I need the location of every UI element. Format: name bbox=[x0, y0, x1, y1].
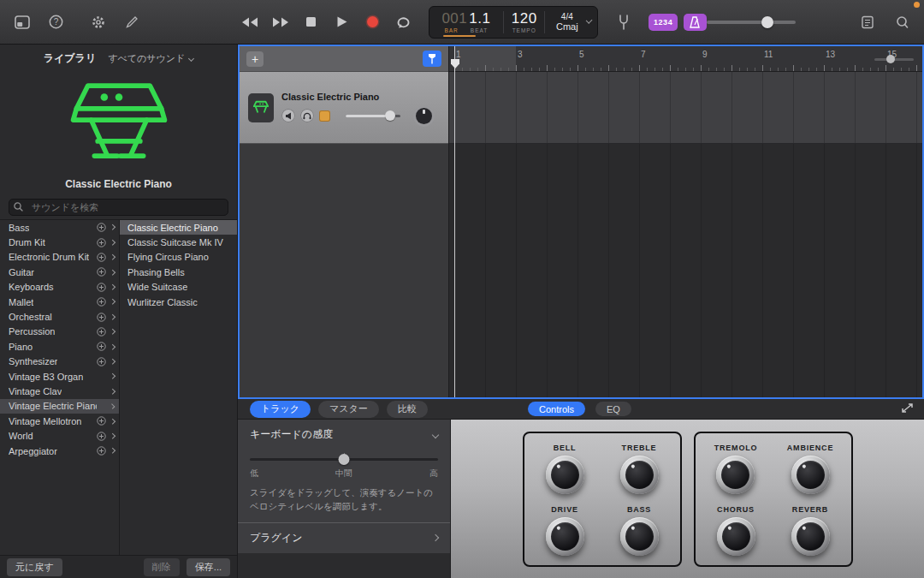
library-category-row[interactable]: Arpeggiator bbox=[0, 444, 119, 458]
tab[interactable]: トラック bbox=[250, 401, 311, 418]
loop-browser-button[interactable] bbox=[891, 12, 912, 33]
library-category-row[interactable]: Piano bbox=[0, 339, 119, 354]
plus-circle-icon[interactable] bbox=[97, 446, 106, 456]
volume-slider-thumb[interactable] bbox=[761, 16, 773, 28]
knob[interactable] bbox=[716, 456, 755, 494]
library-patch-row[interactable]: Classic Suitcase Mk IV bbox=[120, 235, 237, 249]
knob[interactable] bbox=[620, 517, 659, 556]
knob[interactable] bbox=[546, 456, 584, 494]
add-track-button[interactable]: + bbox=[246, 51, 264, 67]
plus-circle-icon[interactable] bbox=[97, 313, 106, 322]
delete-button[interactable]: 削除 bbox=[144, 558, 180, 576]
chevron-down-icon[interactable] bbox=[432, 431, 439, 438]
plus-circle-icon[interactable] bbox=[97, 432, 106, 441]
library-category-row[interactable]: Mallet bbox=[0, 295, 119, 309]
knob-control[interactable]: DRIVE bbox=[546, 505, 584, 556]
track-volume-slider[interactable] bbox=[346, 110, 400, 121]
input-monitoring-button[interactable] bbox=[319, 110, 330, 122]
knob[interactable] bbox=[620, 456, 659, 494]
playhead[interactable] bbox=[454, 46, 455, 397]
tab[interactable]: 比較 bbox=[387, 401, 428, 418]
library-category-row[interactable]: Vintage Electric Piano bbox=[0, 399, 119, 414]
record-button[interactable] bbox=[362, 11, 384, 33]
lcd-display[interactable]: 0011.1 BARBEAT 120 TEMPO 4/4 Cmaj bbox=[429, 6, 598, 39]
sensitivity-slider[interactable] bbox=[250, 453, 438, 465]
knob-control[interactable]: CHORUS bbox=[717, 505, 755, 556]
knob-control[interactable]: REVERB bbox=[791, 505, 830, 556]
plus-circle-icon[interactable] bbox=[97, 297, 106, 307]
knob-control[interactable]: TREBLE bbox=[620, 444, 659, 494]
help-button[interactable]: ? bbox=[46, 12, 67, 33]
library-toggle-button[interactable] bbox=[12, 12, 33, 33]
forward-button[interactable] bbox=[270, 11, 292, 33]
library-category-row[interactable]: Drum Kit bbox=[0, 235, 119, 249]
timeline-ruler[interactable]: 13579111315 bbox=[449, 46, 922, 72]
settings-button[interactable] bbox=[88, 12, 109, 33]
stop-button[interactable] bbox=[300, 11, 323, 33]
cycle-button[interactable] bbox=[393, 11, 415, 33]
plus-circle-icon[interactable] bbox=[97, 342, 106, 351]
knob[interactable] bbox=[791, 517, 830, 556]
save-button[interactable]: 保存... bbox=[187, 558, 230, 576]
library-patch-row[interactable]: Wurlitzer Classic bbox=[120, 295, 237, 309]
knob-control[interactable]: AMBIENCE bbox=[787, 444, 833, 494]
edit-button[interactable] bbox=[122, 12, 143, 33]
library-category-row[interactable]: Synthesizer bbox=[0, 355, 119, 369]
plus-circle-icon[interactable] bbox=[97, 416, 106, 426]
knob[interactable] bbox=[791, 456, 830, 494]
knob[interactable] bbox=[717, 517, 755, 556]
timeline-empty-area[interactable] bbox=[449, 144, 922, 397]
sensitivity-slider-thumb[interactable] bbox=[339, 454, 350, 465]
knob-control[interactable]: BELL bbox=[546, 444, 584, 494]
solo-button[interactable] bbox=[300, 109, 314, 122]
knob-control[interactable]: BASS bbox=[620, 505, 659, 556]
tab[interactable]: Controls bbox=[528, 402, 585, 416]
expand-panel-button[interactable] bbox=[901, 402, 914, 414]
plus-circle-icon[interactable] bbox=[97, 223, 106, 232]
undo-button[interactable]: 元に戻す bbox=[7, 558, 62, 576]
plus-circle-icon[interactable] bbox=[97, 357, 106, 366]
tab[interactable]: EQ bbox=[595, 402, 631, 416]
plus-circle-icon[interactable] bbox=[97, 238, 106, 247]
library-category-row[interactable]: Electronic Drum Kit bbox=[0, 250, 119, 265]
knob[interactable] bbox=[546, 517, 584, 556]
library-patch-row[interactable]: Flying Circus Piano bbox=[120, 250, 237, 265]
tab[interactable]: マスター bbox=[318, 401, 379, 418]
master-volume-slider[interactable] bbox=[707, 16, 797, 28]
track-header[interactable]: Classic Electric Piano bbox=[240, 72, 448, 144]
plus-circle-icon[interactable] bbox=[97, 327, 106, 337]
library-category-row[interactable]: Guitar bbox=[0, 265, 119, 279]
plus-circle-icon[interactable] bbox=[97, 267, 106, 277]
library-patch-row[interactable]: Phasing Bells bbox=[120, 265, 237, 279]
pan-knob[interactable] bbox=[416, 108, 432, 124]
library-category-row[interactable]: Vintage B3 Organ bbox=[0, 369, 119, 384]
mute-button[interactable] bbox=[281, 109, 295, 122]
play-button[interactable] bbox=[331, 11, 353, 33]
plus-circle-icon[interactable] bbox=[97, 283, 106, 292]
tuner-button[interactable] bbox=[613, 12, 634, 33]
library-category-row[interactable]: World bbox=[0, 428, 119, 443]
library-category-row[interactable]: Bass bbox=[0, 220, 119, 235]
knob-control[interactable]: TREMOLO bbox=[714, 444, 758, 494]
library-category-row[interactable]: Percussion bbox=[0, 325, 119, 339]
library-patch-row[interactable]: Classic Electric Piano bbox=[120, 220, 237, 235]
plus-circle-icon[interactable] bbox=[97, 253, 106, 262]
library-category-row[interactable]: Orchestral bbox=[0, 309, 119, 324]
library-category-row[interactable]: Vintage Mellotron bbox=[0, 414, 119, 428]
count-in-button[interactable]: 1234 bbox=[649, 14, 678, 31]
lcd-tempo[interactable]: 120 TEMPO bbox=[509, 11, 539, 33]
track-volume-thumb[interactable] bbox=[385, 110, 395, 121]
plugins-row[interactable]: プラグイン bbox=[238, 522, 450, 553]
rewind-button[interactable] bbox=[239, 11, 261, 33]
library-category-row[interactable]: Vintage Clav bbox=[0, 384, 119, 398]
notepad-button[interactable] bbox=[857, 12, 878, 33]
catch-playhead-button[interactable] bbox=[423, 51, 441, 67]
track-lane[interactable] bbox=[449, 72, 922, 144]
zoom-slider-thumb[interactable] bbox=[886, 55, 895, 63]
library-category-row[interactable]: Keyboards bbox=[0, 280, 119, 295]
sound-search-input[interactable] bbox=[9, 199, 228, 216]
library-scope-filter[interactable]: すべてのサウンド bbox=[108, 52, 193, 65]
metronome-button[interactable] bbox=[684, 14, 707, 31]
lcd-key-signature[interactable]: 4/4 Cmaj bbox=[550, 12, 583, 32]
library-patch-row[interactable]: Wide Suitcase bbox=[120, 280, 237, 295]
